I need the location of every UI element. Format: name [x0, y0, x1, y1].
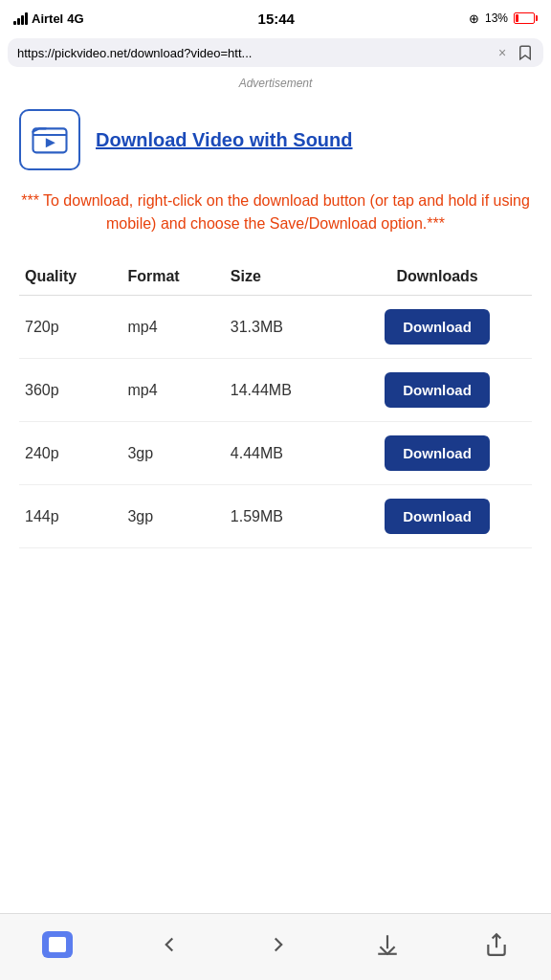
battery-icon — [514, 12, 538, 24]
folder-play-icon — [31, 121, 69, 159]
cell-size: 4.44MB — [225, 422, 342, 485]
cell-quality: 144p — [19, 485, 121, 548]
table-row: 360pmp414.44MBDownload — [19, 359, 532, 422]
download-btn-360p[interactable]: Download — [385, 372, 490, 408]
back-button[interactable] — [157, 932, 182, 957]
svg-marker-1 — [46, 138, 55, 147]
signal-icon — [13, 11, 28, 25]
download-btn-720p[interactable]: Download — [385, 309, 490, 345]
time-display: 15:44 — [258, 11, 295, 27]
ad-label: Advertisement — [0, 71, 551, 94]
download-table: Quality Format Size Downloads 720pmp431.… — [19, 258, 532, 548]
main-content: Download Video with Sound *** To downloa… — [0, 94, 551, 913]
cell-quality: 720p — [19, 296, 121, 359]
bookmark-icon[interactable] — [517, 44, 534, 61]
close-tab-button[interactable]: × — [494, 44, 511, 61]
col-header-downloads: Downloads — [342, 258, 532, 296]
cell-download: Download — [342, 296, 532, 359]
cell-download: Download — [342, 422, 532, 485]
table-row: 720pmp431.3MBDownload — [19, 296, 532, 359]
download-video-link[interactable]: Download Video with Sound — [96, 127, 353, 152]
url-text: https://pickvideo.net/download?video=htt… — [17, 46, 488, 60]
tabs-button[interactable] — [42, 931, 73, 958]
col-header-format: Format — [121, 258, 224, 296]
download-btn-240p[interactable]: Download — [385, 435, 490, 471]
cell-format: mp4 — [121, 296, 224, 359]
bottom-navigation — [0, 913, 551, 980]
cell-quality: 240p — [19, 422, 121, 485]
cell-format: 3gp — [121, 485, 224, 548]
cell-download: Download — [342, 359, 532, 422]
battery-percent: 13% — [485, 11, 508, 25]
cell-quality: 360p — [19, 359, 121, 422]
carrier-info: Airtel 4G — [13, 11, 84, 26]
download-button-nav[interactable] — [375, 932, 400, 957]
share-button[interactable] — [484, 932, 509, 957]
table-row: 144p3gp1.59MBDownload — [19, 485, 532, 548]
cell-size: 31.3MB — [225, 296, 342, 359]
video-link-row: Download Video with Sound — [19, 109, 532, 170]
battery-info: ⊕ 13% — [469, 11, 538, 26]
folder-icon — [19, 109, 80, 170]
cell-size: 14.44MB — [225, 359, 342, 422]
table-header-row: Quality Format Size Downloads — [19, 258, 532, 296]
cell-size: 1.59MB — [225, 485, 342, 548]
location-icon: ⊕ — [469, 11, 479, 26]
forward-button[interactable] — [266, 932, 291, 957]
address-bar[interactable]: https://pickvideo.net/download?video=htt… — [8, 38, 543, 67]
network-type: 4G — [67, 11, 83, 26]
col-header-size: Size — [225, 258, 342, 296]
carrier-name: Airtel — [32, 11, 63, 26]
status-bar: Airtel 4G 15:44 ⊕ 13% — [0, 0, 551, 34]
cell-download: Download — [342, 485, 532, 548]
cell-format: mp4 — [121, 359, 224, 422]
col-header-quality: Quality — [19, 258, 121, 296]
cell-format: 3gp — [121, 422, 224, 485]
download-btn-144p[interactable]: Download — [385, 499, 490, 534]
table-row: 240p3gp4.44MBDownload — [19, 422, 532, 485]
warning-text: *** To download, right-click on the down… — [19, 189, 532, 235]
